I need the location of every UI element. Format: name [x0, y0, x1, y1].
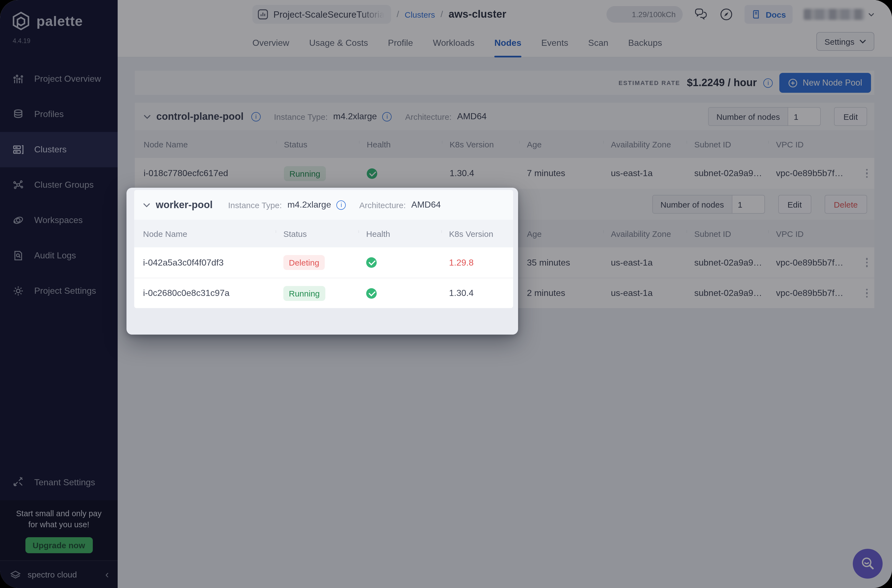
table-row-worker-node-2-highlighted: i-0c2680c0e8c31c97a Running 1.30.4 — [134, 278, 513, 308]
worker-table-header-highlighted: Node Name Status Health K8s Version — [134, 220, 513, 248]
col-node-name: Node Name — [143, 229, 283, 238]
status-badge: Running — [283, 286, 325, 301]
architecture-value: AMD64 — [411, 200, 441, 210]
spotlight-card-worker-pool: worker-pool Instance Type: m4.2xlarge Ar… — [126, 188, 518, 334]
k8s-version: 1.29.8 — [449, 258, 513, 267]
instance-type-value: m4.2xlarge — [287, 200, 331, 210]
col-k8s-version: K8s Version — [449, 229, 513, 238]
instance-type-info-icon[interactable] — [336, 200, 346, 210]
node-name: i-0c2680c0e8c31c97a — [143, 288, 283, 298]
col-status: Status — [283, 229, 366, 238]
architecture-label: Architecture: — [359, 200, 406, 210]
status-badge: Deleting — [283, 255, 325, 270]
col-health: Health — [366, 229, 449, 238]
health-ok-icon — [366, 288, 377, 298]
table-row-worker-node-1-highlighted: i-042a5a3c0f4f07df3 Deleting 1.29.8 — [134, 248, 513, 278]
spotlight-card-content: worker-pool Instance Type: m4.2xlarge Ar… — [134, 190, 513, 308]
k8s-version: 1.30.4 — [449, 288, 513, 298]
health-ok-icon — [366, 257, 377, 268]
instance-type-label: Instance Type: — [228, 200, 282, 210]
pool-name: worker-pool — [156, 199, 213, 211]
collapse-chevron-icon[interactable] — [143, 202, 150, 207]
palette-app-window: palette 4.4.19 Project Overview Profiles — [0, 0, 892, 588]
worker-pool-header-highlighted: worker-pool Instance Type: m4.2xlarge Ar… — [134, 190, 513, 220]
node-name: i-042a5a3c0f4f07df3 — [143, 258, 283, 267]
scale-wrapper: palette 4.4.19 Project Overview Profiles — [0, 0, 892, 588]
